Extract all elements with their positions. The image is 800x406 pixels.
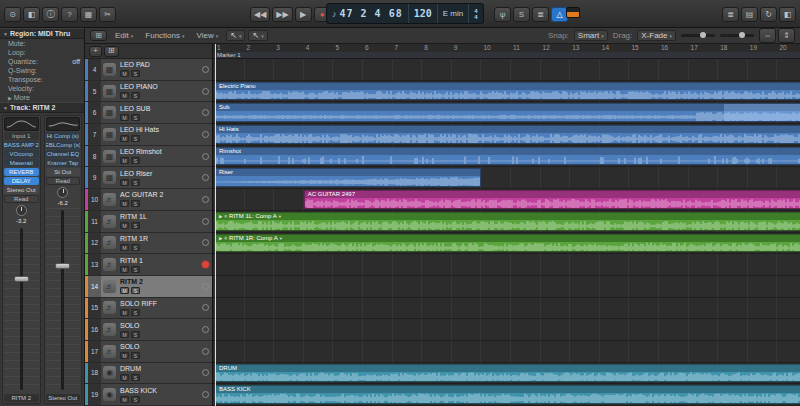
count-in-icon[interactable]: ≣	[532, 7, 549, 22]
lane-leo-riser[interactable]: Riser	[213, 167, 800, 189]
plugin-slot-kramer-tap[interactable]: Kramer Tap	[46, 159, 81, 167]
record-arm-button[interactable]	[202, 239, 209, 246]
solo-button[interactable]: S	[131, 200, 140, 207]
region-hi-hats[interactable]: Hi Hats	[215, 125, 800, 144]
pan-knob[interactable]	[16, 205, 27, 216]
eq-thumbnail[interactable]	[4, 117, 39, 131]
solo-button[interactable]: S	[131, 374, 140, 381]
send-slot-reverb[interactable]: REVERB	[4, 168, 39, 176]
window-control-icon[interactable]: ⊙	[4, 7, 21, 22]
plugin-slot-eblcomp-s[interactable]: EBLComp (s)	[46, 141, 81, 149]
mute-button[interactable]: M	[120, 396, 129, 403]
mute-button[interactable]: M	[120, 179, 129, 186]
snap-menu[interactable]: Smart ▾	[574, 30, 608, 41]
vertical-zoom-slider[interactable]	[720, 34, 754, 37]
menu-functions[interactable]: Functions▾	[143, 31, 186, 40]
take-menu-icon[interactable]: ≡	[224, 235, 227, 242]
pan-knob[interactable]	[57, 187, 68, 198]
drag-menu[interactable]: X-Fade ▾	[637, 30, 676, 41]
mute-button[interactable]: M	[120, 244, 129, 251]
record-arm-button[interactable]	[202, 131, 209, 138]
track-header-leo-pad[interactable]: 4▦LEO PADMS	[85, 59, 212, 81]
track-header-leo-riser[interactable]: 9▦LEO RiserMS	[85, 167, 212, 189]
fader-handle[interactable]	[14, 276, 29, 282]
take-menu-icon[interactable]: ≡	[224, 213, 227, 220]
plugin-slot-bass-amp-2[interactable]: BASS AMP 2	[4, 141, 39, 149]
playhead[interactable]	[215, 44, 216, 406]
list-editors-icon[interactable]: ≣	[722, 7, 739, 22]
track-header-drum[interactable]: 18◉DRUMMS	[85, 363, 212, 385]
take-disclosure-icon[interactable]: ▶	[219, 235, 222, 242]
mute-button[interactable]: M	[120, 374, 129, 381]
plugin-slot-channel-eq[interactable]: Channel EQ	[46, 150, 81, 158]
solo-button[interactable]: S	[131, 222, 140, 229]
solo-button[interactable]: S	[131, 266, 140, 273]
record-arm-button[interactable]	[202, 348, 209, 355]
mute-button[interactable]: M	[120, 114, 129, 121]
track-header-leo-sub[interactable]: 6▦LEO SUBMS	[85, 102, 212, 124]
take-comp-chevron-icon[interactable]: ▾	[280, 235, 282, 242]
region-ritm-1r-comp-a[interactable]: ▶≡RITM 1R: Comp A▾	[215, 234, 800, 253]
lane-leo-pad[interactable]	[213, 59, 800, 81]
volume-fader[interactable]	[4, 226, 39, 392]
record-arm-button[interactable]	[202, 304, 209, 311]
record-arm-button[interactable]	[202, 196, 209, 203]
region-field-velocity[interactable]: Velocity:	[0, 84, 84, 93]
region-drum[interactable]: DRUM	[215, 364, 800, 383]
region-rimshot[interactable]: Rimshot	[215, 147, 800, 166]
eq-thumbnail[interactable]	[46, 117, 81, 131]
menu-view[interactable]: View▾	[195, 31, 221, 40]
take-comp-chevron-icon[interactable]: ▾	[279, 213, 281, 220]
solo-button[interactable]: S	[131, 114, 140, 121]
region-riser[interactable]: Riser	[215, 168, 481, 187]
lane-bass-kick[interactable]: BASS KICK	[213, 384, 800, 406]
region-electric-piano[interactable]: Electric Piano	[215, 82, 800, 101]
lane-solo[interactable]	[213, 341, 800, 363]
mute-button[interactable]: M	[120, 287, 129, 294]
solo-button[interactable]: S	[131, 92, 140, 99]
record-arm-button[interactable]	[202, 88, 209, 95]
duplicate-track-button[interactable]: ⊞	[104, 46, 119, 57]
fader-handle[interactable]	[55, 263, 70, 269]
input-slot[interactable]: Input 1	[4, 132, 39, 140]
record-arm-button[interactable]	[202, 391, 209, 398]
lane-solo-riff[interactable]	[213, 298, 800, 320]
region-ritm-1l-comp-a[interactable]: ▶≡RITM 1L: Comp A▾	[215, 212, 800, 231]
mute-button[interactable]: M	[120, 222, 129, 229]
record-arm-button[interactable]	[202, 153, 209, 160]
record-arm-button[interactable]	[202, 109, 209, 116]
solo-button[interactable]: S	[131, 135, 140, 142]
plugin-slot-maserati[interactable]: Maserati	[4, 159, 39, 167]
track-inspector-header[interactable]: ▼ Track: RITM 2	[0, 102, 84, 113]
note-pads-icon[interactable]: ▤	[741, 7, 758, 22]
mixer-icon[interactable]: ▦	[80, 7, 97, 22]
track-header-ritm-1[interactable]: 13♬RITM 1MS	[85, 254, 212, 276]
zoom-horizontal-icon[interactable]: ⇔	[759, 28, 776, 43]
mute-button[interactable]: M	[120, 266, 129, 273]
track-zoom-options-icon[interactable]: ⊞	[90, 30, 107, 41]
lane-ritm-2[interactable]	[213, 276, 800, 298]
track-header-ritm-2[interactable]: 14♬RITM 2MS	[85, 276, 212, 298]
add-track-button[interactable]: +	[89, 46, 102, 57]
forward-button[interactable]: ▶▶	[272, 7, 292, 22]
track-header-solo-riff[interactable]: 15♬SOLO RIFFMS	[85, 298, 212, 320]
solo-button[interactable]: S	[131, 70, 140, 77]
track-header-ac-guitar-2[interactable]: 10♬AC GUITAR 2MS	[85, 189, 212, 211]
zoom-vertical-icon[interactable]: ⇕	[778, 28, 795, 43]
send-slot-delay[interactable]: DELAY	[4, 177, 39, 185]
solo-button[interactable]: S	[131, 179, 140, 186]
mute-button[interactable]: M	[120, 331, 129, 338]
pointer-tool-menu[interactable]: ↖▾	[226, 30, 245, 41]
mute-button[interactable]: M	[120, 92, 129, 99]
lane-drum[interactable]: DRUM	[213, 363, 800, 385]
solo-button[interactable]: S	[131, 287, 140, 294]
lane-ritm-1r[interactable]: ▶≡RITM 1R: Comp A▾	[213, 233, 800, 255]
mute-button[interactable]: M	[120, 352, 129, 359]
region-field-mute[interactable]: Mute:	[0, 39, 84, 48]
horizontal-zoom-slider[interactable]	[681, 34, 715, 37]
solo-button[interactable]: S	[131, 352, 140, 359]
lane-ac-guitar-2[interactable]: AC GUITAR 2497	[213, 189, 800, 211]
marker-band[interactable]: Marker 1	[213, 52, 800, 59]
solo-mode-icon[interactable]: S	[513, 7, 530, 22]
lane-leo-hi-hats[interactable]: Hi Hats	[213, 124, 800, 146]
